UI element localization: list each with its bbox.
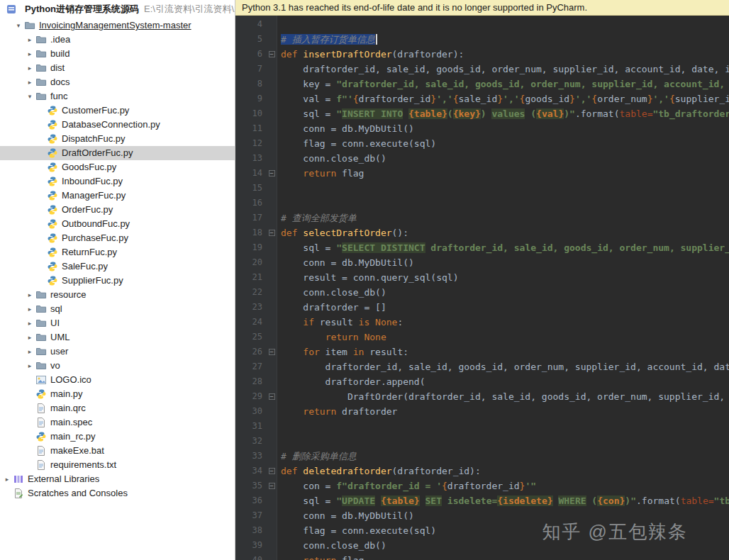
tree-item-customerfuc-py[interactable]: CustomerFuc.py <box>0 103 235 118</box>
chevron-right-icon[interactable]: ▸ <box>24 61 35 75</box>
fold-toggle-icon[interactable]: − <box>267 225 277 240</box>
code-line-36[interactable]: 36 sql = "UPDATE {table} SET isdelete={i… <box>235 493 729 508</box>
code-text[interactable]: draftorder.append( <box>277 374 425 389</box>
code-text[interactable]: key = "draftorder_id, sale_id, goods_id,… <box>277 77 729 91</box>
chevron-right-icon[interactable]: ▸ <box>24 316 35 330</box>
chevron-right-icon[interactable]: ▸ <box>24 302 35 316</box>
code-line-6[interactable]: 6−def insertDraftOrder(draftorder): <box>235 47 729 62</box>
code-text[interactable]: def selectDraftOrder(): <box>277 225 408 240</box>
tree-item-inboundfuc-py[interactable]: InboundFuc.py <box>0 174 235 189</box>
code-text[interactable]: return None <box>277 330 386 345</box>
tree-item-purchasefuc-py[interactable]: PurchaseFuc.py <box>0 231 235 245</box>
code-line-29[interactable]: 29− DraftOrder(draftorder_id, sale_id, g… <box>235 389 729 404</box>
code-text[interactable] <box>277 196 281 211</box>
code-line-25[interactable]: 25 return None <box>235 330 729 345</box>
code-line-16[interactable]: 16 <box>235 196 729 211</box>
chevron-down-icon[interactable]: ▾ <box>24 89 35 103</box>
tree-item-outboundfuc-py[interactable]: OutboundFuc.py <box>0 217 235 231</box>
code-line-17[interactable]: 17# 查询全部发货单 <box>235 211 729 225</box>
code-line-37[interactable]: 37 conn = db.MyDbUtil() <box>235 508 729 523</box>
code-line-33[interactable]: 33# 删除采购单信息 <box>235 449 729 464</box>
code-line-32[interactable]: 32 <box>235 434 729 449</box>
code-line-20[interactable]: 20 conn = db.MyDbUtil() <box>235 255 729 270</box>
tree-item-dist[interactable]: ▸dist <box>0 61 235 75</box>
code-text[interactable]: draftorder_id, sale_id, goods_id, order_… <box>277 359 729 374</box>
code-line-40[interactable]: 40 return flag <box>235 553 729 560</box>
tree-item-user[interactable]: ▸user <box>0 345 235 359</box>
tree-item-sql[interactable]: ▸sql <box>0 302 235 316</box>
fold-toggle-icon[interactable]: − <box>267 47 277 62</box>
code-text[interactable]: # 删除采购单信息 <box>277 449 357 464</box>
code-line-30[interactable]: 30 return draftorder <box>235 404 729 419</box>
chevron-down-icon[interactable]: ▾ <box>13 18 24 33</box>
code-text[interactable]: sql = "INSERT INTO {table}({key}) values… <box>277 106 729 121</box>
code-text[interactable]: flag = conn.execute(sql) <box>277 136 436 151</box>
tree-item-func[interactable]: ▾func <box>0 89 235 103</box>
code-text[interactable]: con = f"draftorder_id = '{draftorder_id}… <box>277 478 536 493</box>
chevron-right-icon[interactable]: ▸ <box>24 330 35 345</box>
code-text[interactable]: draftorder_id, sale_id, goods_id, order_… <box>277 62 729 77</box>
code-line-21[interactable]: 21 result = conn.query_sql(sql) <box>235 270 729 285</box>
code-line-39[interactable]: 39 conn.close_db() <box>235 538 729 553</box>
code-text[interactable] <box>277 434 281 449</box>
code-text[interactable]: def insertDraftOrder(draftorder): <box>277 47 464 62</box>
code-text[interactable]: return draftorder <box>277 404 397 419</box>
code-area[interactable]: 45# 插入暂存订货单信息6−def insertDraftOrder(draf… <box>235 17 729 560</box>
tree-item-uml[interactable]: ▸UML <box>0 330 235 345</box>
tree-item-supplierfuc-py[interactable]: SupplierFuc.py <box>0 274 235 288</box>
code-line-24[interactable]: 24 if result is None: <box>235 315 729 330</box>
code-text[interactable]: if result is None: <box>277 315 403 330</box>
fold-toggle-icon[interactable]: − <box>267 389 277 404</box>
code-line-28[interactable]: 28 draftorder.append( <box>235 374 729 389</box>
code-line-23[interactable]: 23 draftorder = [] <box>235 300 729 315</box>
tree-item-requirements-txt[interactable]: requirements.txt <box>0 458 235 472</box>
tree-item-makeexe-bat[interactable]: makeExe.bat <box>0 444 235 458</box>
tree-item-main-spec[interactable]: main.spec <box>0 415 235 430</box>
tree-item-ui[interactable]: ▸UI <box>0 316 235 330</box>
tree-item-main-qrc[interactable]: main.qrc <box>0 401 235 415</box>
code-text[interactable]: return flag <box>277 553 364 560</box>
code-line-19[interactable]: 19 sql = "SELECT DISTINCT draftorder_id,… <box>235 240 729 255</box>
code-line-35[interactable]: 35− con = f"draftorder_id = '{draftorder… <box>235 478 729 493</box>
code-text[interactable] <box>277 419 281 434</box>
code-text[interactable]: DraftOrder(draftorder_id, sale_id, goods… <box>277 389 729 404</box>
code-text[interactable]: conn = db.MyDbUtil() <box>277 121 414 136</box>
tree-item-external-libraries[interactable]: ▸External Libraries <box>0 472 235 486</box>
code-line-9[interactable]: 9 val = f"'{draftorder_id}','{sale_id}',… <box>235 91 729 106</box>
tree-item-idea[interactable]: ▸.idea <box>0 33 235 47</box>
fold-toggle-icon[interactable]: − <box>267 166 277 181</box>
code-line-7[interactable]: 7 draftorder_id, sale_id, goods_id, orde… <box>235 62 729 77</box>
code-editor[interactable]: 45# 插入暂存订货单信息6−def insertDraftOrder(draf… <box>235 16 729 560</box>
tree-item-orderfuc-py[interactable]: OrderFuc.py <box>0 203 235 217</box>
code-text[interactable]: conn.close_db() <box>277 151 386 166</box>
code-text[interactable]: # 插入暂存订货单信息 <box>277 32 377 47</box>
tree-item-vo[interactable]: ▸vo <box>0 359 235 373</box>
code-line-26[interactable]: 26− for item in result: <box>235 345 729 359</box>
chevron-right-icon[interactable]: ▸ <box>24 47 35 61</box>
chevron-right-icon[interactable]: ▸ <box>24 359 35 373</box>
code-line-11[interactable]: 11 conn = db.MyDbUtil() <box>235 121 729 136</box>
tree-item-draftorderfuc-py[interactable]: DraftOrderFuc.py <box>0 146 235 160</box>
chevron-right-icon[interactable]: ▸ <box>24 33 35 47</box>
tree-item-logo-ico[interactable]: LOGO.ico <box>0 373 235 387</box>
code-line-10[interactable]: 10 sql = "INSERT INTO {table}({key}) val… <box>235 106 729 121</box>
code-text[interactable]: flag = conn.execute(sql) <box>277 523 436 538</box>
code-line-8[interactable]: 8 key = "draftorder_id, sale_id, goods_i… <box>235 77 729 91</box>
tree-item-returnfuc-py[interactable]: ReturnFuc.py <box>0 245 235 259</box>
tree-item-salefuc-py[interactable]: SaleFuc.py <box>0 259 235 274</box>
tree-item-resource[interactable]: ▸resource <box>0 288 235 302</box>
code-line-5[interactable]: 5# 插入暂存订货单信息 <box>235 32 729 47</box>
code-text[interactable]: val = f"'{draftorder_id}','{sale_id}','{… <box>277 91 729 106</box>
tree-item-main-py[interactable]: main.py <box>0 387 235 401</box>
tree-item-goodsfuc-py[interactable]: GoodsFuc.py <box>0 160 235 174</box>
code-line-27[interactable]: 27 draftorder_id, sale_id, goods_id, ord… <box>235 359 729 374</box>
code-text[interactable]: # 查询全部发货单 <box>277 211 357 225</box>
code-line-15[interactable]: 15 <box>235 181 729 196</box>
code-text[interactable]: result = conn.query_sql(sql) <box>277 270 458 285</box>
tree-item-main-rc-py[interactable]: main_rc.py <box>0 430 235 444</box>
code-text[interactable] <box>277 181 281 196</box>
project-root-row[interactable]: Python进销存管理系统源码 E:\引流资料\引流资料\20 <box>0 0 235 18</box>
chevron-right-icon[interactable]: ▸ <box>24 75 35 89</box>
tree-item-invoicingmanagementsystem-master[interactable]: ▾InvoicingManagementSystem-master <box>0 18 235 33</box>
tree-item-build[interactable]: ▸build <box>0 47 235 61</box>
